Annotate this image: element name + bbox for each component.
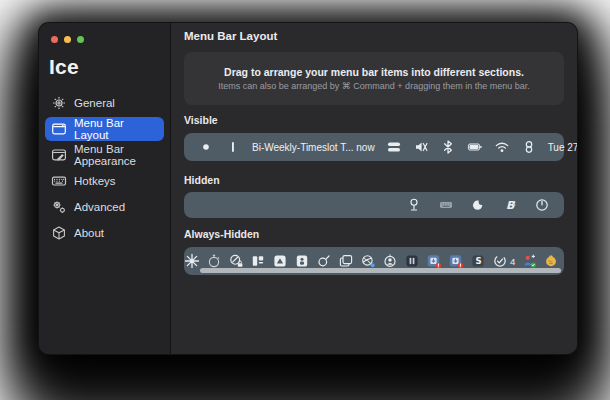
- close-window-button[interactable]: [51, 36, 58, 43]
- download-badge-icon: [426, 253, 442, 269]
- menu-bar-item[interactable]: S: [470, 253, 486, 269]
- section-label-hidden: Hidden: [184, 174, 220, 186]
- menu-bar-item[interactable]: B: [502, 197, 518, 213]
- visible-section-bar[interactable]: Bi-Weekly-Timeslot T... nowTue 27 Jan 13…: [184, 133, 564, 161]
- user-circle-icon: [382, 253, 398, 269]
- sidebar-item-advanced[interactable]: Advanced: [45, 195, 164, 219]
- window-controls: [51, 36, 84, 43]
- menu-bar-item[interactable]: [534, 197, 550, 213]
- letter-b-icon: B: [502, 197, 518, 213]
- gear-icon: [51, 95, 67, 111]
- zoom-window-button[interactable]: [77, 36, 84, 43]
- section-label-visible: Visible: [184, 114, 218, 126]
- menu-bar-item[interactable]: [316, 253, 332, 269]
- lamp-icon: [406, 197, 422, 213]
- honey-icon: [543, 253, 559, 269]
- menu-bar-item[interactable]: [521, 139, 537, 155]
- menu-bar-item[interactable]: [382, 253, 398, 269]
- section-label-always-hidden: Always-Hidden: [184, 228, 259, 240]
- wifi-icon: [494, 139, 510, 155]
- always-hidden-section-bar[interactable]: S4: [184, 247, 564, 275]
- ice-dot-icon: [198, 139, 214, 155]
- update-count-label: 4: [510, 256, 515, 267]
- sidebar-item-label: About: [74, 227, 104, 239]
- main-content: Menu Bar Layout Drag to arrange your men…: [171, 23, 577, 354]
- magnifier-ring-icon: [316, 253, 332, 269]
- timer-menu-item[interactable]: Bi-Weekly-Timeslot T... now: [252, 142, 375, 153]
- menu-bar-item[interactable]: [448, 253, 464, 269]
- portrait-app-icon: [294, 253, 310, 269]
- horizontal-scrollbar-thumb[interactable]: [200, 268, 561, 273]
- sidebar-item-label: Menu Bar Layout: [74, 117, 158, 141]
- menu-bar-item[interactable]: [413, 139, 429, 155]
- battery-icon: [467, 139, 483, 155]
- app-title: Ice: [49, 55, 79, 79]
- sidebar-item-menu-bar-layout[interactable]: Menu Bar Layout: [45, 117, 164, 141]
- hidden-section-bar[interactable]: B: [184, 192, 564, 218]
- drag-instructions-box: Drag to arrange your menu bar items into…: [184, 52, 564, 105]
- page-title: Menu Bar Layout: [184, 30, 277, 42]
- menu-bar-item[interactable]: [494, 139, 510, 155]
- update-check-icon: [492, 253, 508, 269]
- sidebar-item-label: Menu Bar Appearance: [74, 143, 158, 167]
- sidebar-item-menu-bar-appearance[interactable]: Menu Bar Appearance: [45, 143, 164, 167]
- pause-app-icon: [404, 253, 420, 269]
- menu-bar-layout-icon: [51, 121, 67, 137]
- copy-windows-icon: [338, 253, 354, 269]
- menu-bar-item[interactable]: [294, 253, 310, 269]
- sidebar-item-label: Hotkeys: [74, 175, 116, 187]
- menu-bar-item[interactable]: [406, 197, 422, 213]
- control-center-icon: [386, 139, 402, 155]
- sidebar-item-about[interactable]: About: [45, 221, 164, 245]
- user-switch-icon: [521, 139, 537, 155]
- clock-menu-item[interactable]: Tue 27 Jan 13:16: [548, 142, 578, 153]
- menu-bar-appearance-icon: [51, 147, 67, 163]
- menu-bar-item[interactable]: [438, 197, 454, 213]
- drag-instructions-title: Drag to arrange your menu bar items into…: [224, 66, 524, 78]
- moon-icon: [470, 197, 486, 213]
- menu-bar-item[interactable]: [521, 253, 537, 269]
- s-app-icon: S: [470, 253, 486, 269]
- sparkle-icon: [184, 253, 200, 269]
- drag-instructions-subtitle: Items can also be arranged by ⌘ Command …: [218, 81, 529, 91]
- window-layout-icon: [250, 253, 266, 269]
- keyboard-icon: [51, 173, 67, 189]
- minimize-window-button[interactable]: [64, 36, 71, 43]
- cube-icon: [51, 225, 67, 241]
- menu-bar-item[interactable]: [467, 139, 483, 155]
- menu-bar-item[interactable]: [250, 253, 266, 269]
- menu-bar-item[interactable]: [187, 253, 200, 269]
- separator-bar-icon: [225, 139, 241, 155]
- sidebar-item-hotkeys[interactable]: Hotkeys: [45, 169, 164, 193]
- menu-bar-item[interactable]: [338, 253, 354, 269]
- menu-bar-item[interactable]: [470, 197, 486, 213]
- menu-bar-item[interactable]: [225, 139, 241, 155]
- sidebar: Ice GeneralMenu Bar LayoutMenu Bar Appea…: [39, 23, 171, 354]
- keyboard-dim-icon: [438, 197, 454, 213]
- sidebar-item-label: Advanced: [74, 201, 125, 213]
- sidebar-item-general[interactable]: General: [45, 91, 164, 115]
- menu-bar-item[interactable]: [228, 253, 244, 269]
- volume-mute-icon: [413, 139, 429, 155]
- svg-text:S: S: [475, 256, 481, 266]
- menu-bar-item[interactable]: [272, 253, 288, 269]
- stopwatch-icon: [206, 253, 222, 269]
- menu-bar-item[interactable]: [543, 253, 559, 269]
- sidebar-nav: GeneralMenu Bar LayoutMenu Bar Appearanc…: [45, 91, 164, 247]
- download-badge-icon: [448, 253, 464, 269]
- ice-app-window: Ice GeneralMenu Bar LayoutMenu Bar Appea…: [38, 22, 578, 355]
- menu-bar-item[interactable]: [404, 253, 420, 269]
- gears-icon: [51, 199, 67, 215]
- menu-bar-item[interactable]: [426, 253, 442, 269]
- menu-bar-item[interactable]: [440, 139, 456, 155]
- privacy-lock-icon: [228, 253, 244, 269]
- menu-bar-item[interactable]: [386, 139, 402, 155]
- power-icon: [534, 197, 550, 213]
- menu-bar-item[interactable]: 4: [492, 253, 515, 269]
- sync-person-icon: [521, 253, 537, 269]
- delta-app-icon: [272, 253, 288, 269]
- menu-bar-item[interactable]: [360, 253, 376, 269]
- sidebar-item-label: General: [74, 97, 115, 109]
- menu-bar-item[interactable]: [206, 253, 222, 269]
- menu-bar-item[interactable]: [198, 139, 214, 155]
